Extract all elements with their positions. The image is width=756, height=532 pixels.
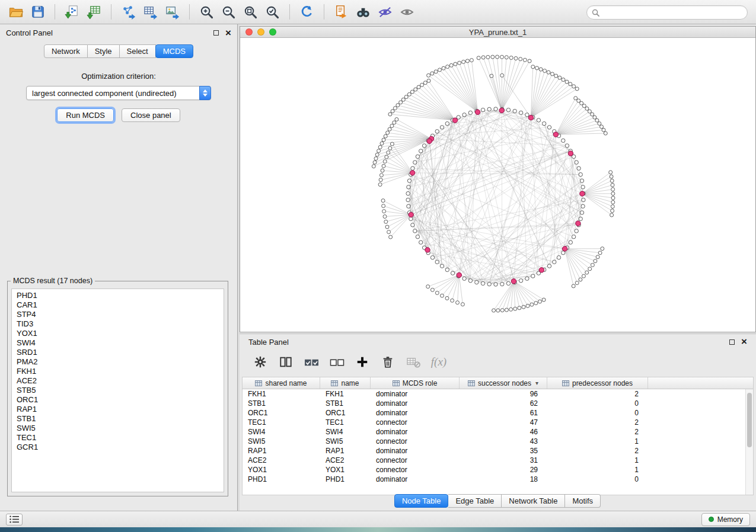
tab-motifs[interactable]: Motifs <box>565 494 601 508</box>
tab-mcds[interactable]: MCDS <box>155 44 193 58</box>
settings-icon[interactable] <box>253 354 268 370</box>
mcds-result-title: MCDS result (17 nodes) <box>11 277 95 285</box>
table-row[interactable]: TEC1TEC1connector472 <box>243 418 745 427</box>
close-table-panel-icon[interactable]: × <box>741 338 747 345</box>
close-panel-icon[interactable]: × <box>225 30 231 37</box>
mcds-result-item[interactable]: YOX1 <box>12 329 224 338</box>
tab-network[interactable]: Network <box>44 44 88 58</box>
search-input[interactable] <box>602 8 742 17</box>
split-columns-icon[interactable] <box>278 354 294 370</box>
export-network-icon[interactable] <box>117 2 139 21</box>
mcds-result-item[interactable]: STB1 <box>12 414 224 424</box>
table-cell: SWI5 <box>243 437 320 446</box>
mcds-result-group: MCDS result (17 nodes) PHD1CAR1STP4TID3Y… <box>7 277 228 496</box>
mcds-result-item[interactable]: PMA2 <box>12 357 224 367</box>
float-table-panel-icon[interactable] <box>729 339 735 345</box>
refresh-icon[interactable] <box>296 2 318 21</box>
criterion-dropdown[interactable]: largest connected component (undirected) <box>26 86 211 100</box>
mcds-result-item[interactable]: CAR1 <box>12 300 224 310</box>
table-cell: SWI4 <box>243 428 320 436</box>
minimize-traffic-light[interactable] <box>257 28 264 36</box>
import-network-icon[interactable] <box>61 2 83 21</box>
panel-menu-button[interactable] <box>6 514 23 525</box>
network-window-titlebar[interactable]: YPA_prune.txt_1 <box>240 27 755 38</box>
mcds-result-list[interactable]: PHD1CAR1STP4TID3YOX1SWI4SRD1PMA2FKH1ACE2… <box>11 289 224 492</box>
column-header-mcds-role[interactable]: MCDS role <box>371 377 460 389</box>
close-panel-button[interactable]: Close panel <box>122 108 180 122</box>
table-cell: 1 <box>547 437 648 446</box>
table-row[interactable]: YOX1YOX1connector291 <box>243 465 745 475</box>
function-builder-icon[interactable]: f(x) <box>431 354 446 370</box>
export-table-icon[interactable] <box>139 2 161 21</box>
zoom-in-icon[interactable] <box>196 2 218 21</box>
mcds-result-item[interactable]: RAP1 <box>12 405 224 414</box>
table-scrollbar-thumb[interactable] <box>747 393 752 447</box>
column-header-shared-name[interactable]: shared name <box>243 377 320 389</box>
table-row[interactable]: ORC1ORC1dominator610 <box>243 408 745 418</box>
column-header-successor-nodes[interactable]: successor nodes▾ <box>460 377 547 389</box>
unselect-all-icon[interactable] <box>329 354 344 370</box>
table-row[interactable]: ACE2ACE2connector311 <box>243 456 745 465</box>
save-icon[interactable] <box>27 2 49 21</box>
mcds-result-item[interactable]: TID3 <box>12 319 224 329</box>
table-row[interactable]: PHD1PHD1dominator180 <box>243 475 745 484</box>
table-row[interactable]: RAP1RAP1dominator352 <box>243 446 745 456</box>
table-cell: 2 <box>547 428 648 436</box>
mcds-result-item[interactable]: SWI5 <box>12 424 224 433</box>
fx-label: f(x) <box>431 355 446 368</box>
mcds-result-item[interactable]: SRD1 <box>12 348 224 357</box>
tab-select[interactable]: Select <box>120 44 156 58</box>
export-image-icon[interactable] <box>161 2 183 21</box>
column-header-predecessor-nodes[interactable]: predecessor nodes <box>547 377 648 389</box>
mcds-result-item[interactable]: FKH1 <box>12 367 224 376</box>
import-table-icon[interactable] <box>83 2 105 21</box>
table-row[interactable]: SWI4SWI4dominator462 <box>243 427 745 437</box>
search-icon <box>592 9 599 17</box>
mcds-result-item[interactable]: STP4 <box>12 310 224 319</box>
mcds-result-item[interactable]: ORC1 <box>12 395 224 405</box>
select-all-icon[interactable] <box>304 354 319 370</box>
mcds-result-item[interactable]: STB5 <box>12 386 224 395</box>
mcds-result-item[interactable]: SWI4 <box>12 338 224 348</box>
table-cell: dominator <box>371 409 460 417</box>
search-network-icon[interactable] <box>352 2 374 21</box>
network-canvas[interactable] <box>240 39 755 332</box>
table-cell: 46 <box>460 428 547 436</box>
float-panel-icon[interactable] <box>213 30 219 36</box>
optimization-criterion-label: Optimization criterion: <box>0 72 237 81</box>
open-icon[interactable] <box>5 2 27 21</box>
close-traffic-light[interactable] <box>245 28 253 36</box>
table-panel: Table Panel × f(x) shared namenameMCDS r… <box>240 334 756 511</box>
delete-column-icon[interactable] <box>380 354 395 370</box>
table-row[interactable]: FKH1FKH1dominator962 <box>243 389 745 399</box>
mcds-result-item[interactable]: GCR1 <box>12 443 224 452</box>
table-cell: STB1 <box>243 399 320 408</box>
zoom-out-icon[interactable] <box>218 2 240 21</box>
table-row[interactable]: SWI5SWI5connector431 <box>243 437 745 446</box>
table-scrollbar[interactable] <box>745 389 753 495</box>
mcds-result-item[interactable]: TEC1 <box>12 433 224 443</box>
show-all-icon[interactable] <box>396 2 418 21</box>
add-column-icon[interactable] <box>355 354 370 370</box>
share-style-icon[interactable] <box>330 2 352 21</box>
table-cell: FKH1 <box>243 390 320 398</box>
delete-table-icon[interactable] <box>406 354 421 370</box>
network-graph[interactable] <box>240 39 755 332</box>
hide-selected-icon[interactable] <box>374 2 396 21</box>
tab-style[interactable]: Style <box>88 44 120 58</box>
memory-button[interactable]: Memory <box>701 513 750 526</box>
toolbar-separator <box>289 4 290 20</box>
search-field[interactable] <box>586 5 748 20</box>
tab-node-table[interactable]: Node Table <box>394 494 449 508</box>
zoom-selected-icon[interactable] <box>261 2 283 21</box>
zoom-traffic-light[interactable] <box>269 28 276 36</box>
zoom-fit-icon[interactable] <box>240 2 261 21</box>
column-header-name[interactable]: name <box>320 377 371 389</box>
tab-edge-table[interactable]: Edge Table <box>448 494 502 508</box>
table-row[interactable]: STB1STB1dominator620 <box>243 399 745 408</box>
tab-network-table[interactable]: Network Table <box>502 494 565 508</box>
mcds-result-item[interactable]: PHD1 <box>12 291 224 300</box>
run-mcds-button[interactable]: Run MCDS <box>57 108 114 122</box>
table-cell: YOX1 <box>320 466 371 474</box>
mcds-result-item[interactable]: ACE2 <box>12 376 224 386</box>
